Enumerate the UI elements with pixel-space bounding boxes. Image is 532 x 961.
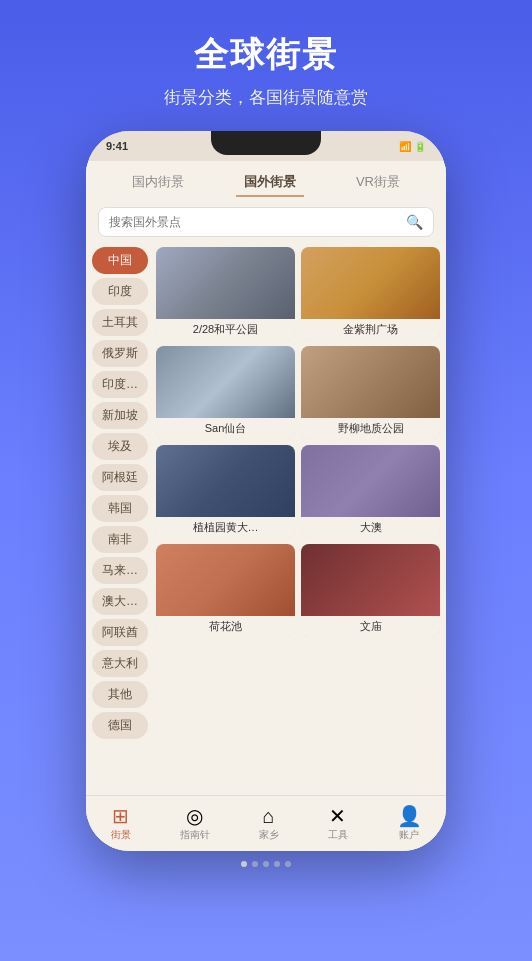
tab-domestic[interactable]: 国内街景 [124,169,192,197]
grid-item[interactable]: 2/28和平公园 [156,247,295,340]
category-sidebar: 中国印度土耳其俄罗斯印度…新加坡埃及阿根廷韩国南非马来…澳大…阿联酋意大利其他德… [86,243,154,795]
grid-item[interactable]: 金紫荆广场 [301,247,440,340]
category-btn-5[interactable]: 新加坡 [92,402,148,429]
grid-item[interactable]: 大澳 [301,445,440,538]
scene-thumbnail [156,247,295,319]
dot-5 [285,861,291,867]
category-btn-1[interactable]: 印度 [92,278,148,305]
status-time: 9:41 [106,140,128,152]
scene-label: 荷花池 [156,616,295,637]
bottom-navigation: ⊞街景◎指南针⌂家乡✕工具👤账户 [86,795,446,851]
grid-item[interactable]: 野柳地质公园 [301,346,440,439]
grid-row: 荷花池文庙 [156,544,440,637]
bottom-nav-icon-4: 👤 [397,806,422,826]
dot-4 [274,861,280,867]
bottom-nav-label-2: 家乡 [259,828,279,842]
category-btn-12[interactable]: 阿联酋 [92,619,148,646]
category-btn-15[interactable]: 德国 [92,712,148,739]
category-btn-4[interactable]: 印度… [92,371,148,398]
bottom-nav-label-0: 街景 [111,828,131,842]
scene-label: 大澳 [301,517,440,538]
dot-1 [241,861,247,867]
bottom-nav-item-账户[interactable]: 👤账户 [397,806,422,842]
scene-label: San仙台 [156,418,295,439]
category-btn-11[interactable]: 澳大… [92,588,148,615]
bottom-nav-item-指南针[interactable]: ◎指南针 [180,806,210,842]
scene-thumbnail [156,544,295,616]
scene-thumbnail [301,445,440,517]
category-btn-0[interactable]: 中国 [92,247,148,274]
content-grid: 2/28和平公园金紫荆广场San仙台野柳地质公园植植园黄大…大澳荷花池文庙 [154,243,446,795]
dot-3 [263,861,269,867]
grid-row: 植植园黄大…大澳 [156,445,440,538]
scene-label: 2/28和平公园 [156,319,295,340]
app-content: 国内街景 国外街景 VR街景 🔍 中国印度土耳其俄罗斯印度…新加坡埃及阿根廷韩国… [86,161,446,851]
search-input[interactable] [109,215,406,229]
bottom-nav-icon-0: ⊞ [112,806,129,826]
scene-label: 植植园黄大… [156,517,295,538]
tab-vr[interactable]: VR街景 [348,169,408,197]
bottom-nav-item-街景[interactable]: ⊞街景 [111,806,131,842]
category-btn-14[interactable]: 其他 [92,681,148,708]
scene-thumbnail [156,346,295,418]
bottom-nav-label-3: 工具 [328,828,348,842]
scene-label: 文庙 [301,616,440,637]
grid-row: San仙台野柳地质公园 [156,346,440,439]
grid-item[interactable]: 植植园黄大… [156,445,295,538]
dot-2 [252,861,258,867]
scene-thumbnail [301,346,440,418]
grid-item[interactable]: 文庙 [301,544,440,637]
bottom-nav-icon-3: ✕ [329,806,346,826]
category-btn-10[interactable]: 马来… [92,557,148,584]
category-btn-6[interactable]: 埃及 [92,433,148,460]
grid-item[interactable]: San仙台 [156,346,295,439]
bottom-nav-item-工具[interactable]: ✕工具 [328,806,348,842]
scene-label: 金紫荆广场 [301,319,440,340]
tab-navigation: 国内街景 国外街景 VR街景 [86,161,446,201]
grid-item[interactable]: 荷花池 [156,544,295,637]
phone-shell: 9:41 📶 🔋 国内街景 国外街景 VR街景 🔍 中国印度土耳其俄罗斯印度…新… [86,131,446,851]
bottom-nav-label-1: 指南针 [180,828,210,842]
category-btn-8[interactable]: 韩国 [92,495,148,522]
main-area: 中国印度土耳其俄罗斯印度…新加坡埃及阿根廷韩国南非马来…澳大…阿联酋意大利其他德… [86,243,446,795]
bottom-nav-icon-1: ◎ [186,806,203,826]
search-bar[interactable]: 🔍 [98,207,434,237]
scene-thumbnail [156,445,295,517]
category-btn-7[interactable]: 阿根廷 [92,464,148,491]
grid-row: 2/28和平公园金紫荆广场 [156,247,440,340]
scene-thumbnail [301,247,440,319]
page-title: 全球街景 [164,32,368,78]
bottom-nav-icon-2: ⌂ [262,806,274,826]
bottom-nav-label-4: 账户 [399,828,419,842]
search-icon: 🔍 [406,214,423,230]
category-btn-2[interactable]: 土耳其 [92,309,148,336]
notch [211,131,321,155]
scene-thumbnail [301,544,440,616]
category-btn-9[interactable]: 南非 [92,526,148,553]
category-btn-13[interactable]: 意大利 [92,650,148,677]
scene-label: 野柳地质公园 [301,418,440,439]
bottom-nav-item-家乡[interactable]: ⌂家乡 [259,806,279,842]
category-btn-3[interactable]: 俄罗斯 [92,340,148,367]
page-dots [241,861,291,867]
status-icons: 📶 🔋 [399,141,426,152]
tab-foreign[interactable]: 国外街景 [236,169,304,197]
page-subtitle: 街景分类，各国街景随意赏 [164,86,368,109]
